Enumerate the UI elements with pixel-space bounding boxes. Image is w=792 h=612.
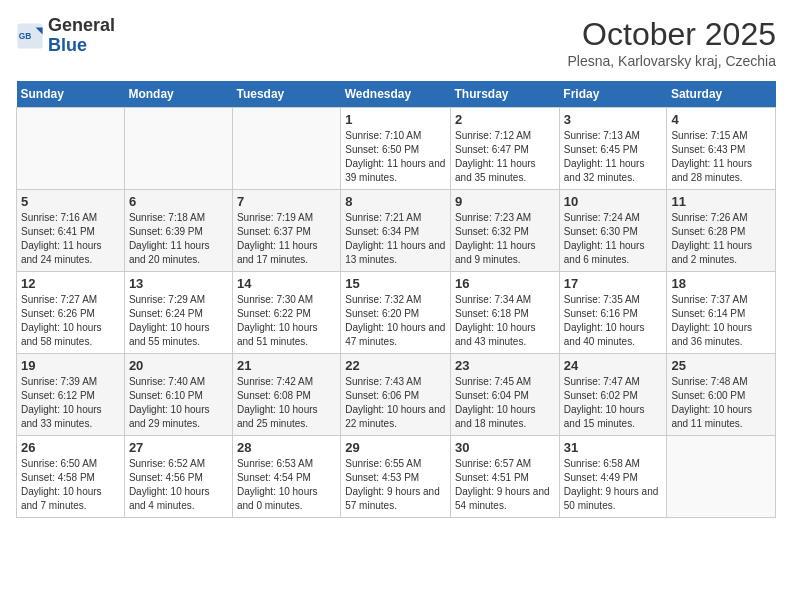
day-info: Sunrise: 7:15 AMSunset: 6:43 PMDaylight:… — [671, 129, 771, 185]
calendar-day-cell: 20Sunrise: 7:40 AMSunset: 6:10 PMDayligh… — [124, 354, 232, 436]
calendar-day-cell: 27Sunrise: 6:52 AMSunset: 4:56 PMDayligh… — [124, 436, 232, 518]
calendar-week-row: 5Sunrise: 7:16 AMSunset: 6:41 PMDaylight… — [17, 190, 776, 272]
calendar-day-cell: 19Sunrise: 7:39 AMSunset: 6:12 PMDayligh… — [17, 354, 125, 436]
calendar-day-cell: 8Sunrise: 7:21 AMSunset: 6:34 PMDaylight… — [341, 190, 451, 272]
weekday-header: Tuesday — [232, 81, 340, 108]
day-number: 23 — [455, 358, 555, 373]
day-info: Sunrise: 7:30 AMSunset: 6:22 PMDaylight:… — [237, 293, 336, 349]
weekday-header-row: SundayMondayTuesdayWednesdayThursdayFrid… — [17, 81, 776, 108]
weekday-header: Friday — [559, 81, 667, 108]
svg-text:GB: GB — [19, 31, 32, 41]
calendar-week-row: 26Sunrise: 6:50 AMSunset: 4:58 PMDayligh… — [17, 436, 776, 518]
day-number: 1 — [345, 112, 446, 127]
day-info: Sunrise: 7:10 AMSunset: 6:50 PMDaylight:… — [345, 129, 446, 185]
day-number: 8 — [345, 194, 446, 209]
calendar-day-cell: 28Sunrise: 6:53 AMSunset: 4:54 PMDayligh… — [232, 436, 340, 518]
day-info: Sunrise: 7:37 AMSunset: 6:14 PMDaylight:… — [671, 293, 771, 349]
day-number: 12 — [21, 276, 120, 291]
calendar-day-cell: 1Sunrise: 7:10 AMSunset: 6:50 PMDaylight… — [341, 108, 451, 190]
day-number: 26 — [21, 440, 120, 455]
day-number: 17 — [564, 276, 663, 291]
day-info: Sunrise: 7:34 AMSunset: 6:18 PMDaylight:… — [455, 293, 555, 349]
calendar-week-row: 19Sunrise: 7:39 AMSunset: 6:12 PMDayligh… — [17, 354, 776, 436]
weekday-header: Monday — [124, 81, 232, 108]
day-number: 16 — [455, 276, 555, 291]
calendar-day-cell: 5Sunrise: 7:16 AMSunset: 6:41 PMDaylight… — [17, 190, 125, 272]
calendar-day-cell: 23Sunrise: 7:45 AMSunset: 6:04 PMDayligh… — [451, 354, 560, 436]
day-info: Sunrise: 7:39 AMSunset: 6:12 PMDaylight:… — [21, 375, 120, 431]
weekday-header: Thursday — [451, 81, 560, 108]
day-number: 28 — [237, 440, 336, 455]
calendar-day-cell: 2Sunrise: 7:12 AMSunset: 6:47 PMDaylight… — [451, 108, 560, 190]
logo-text: General Blue — [48, 16, 115, 56]
day-info: Sunrise: 6:53 AMSunset: 4:54 PMDaylight:… — [237, 457, 336, 513]
calendar-day-cell: 11Sunrise: 7:26 AMSunset: 6:28 PMDayligh… — [667, 190, 776, 272]
calendar-day-cell — [124, 108, 232, 190]
day-number: 13 — [129, 276, 228, 291]
weekday-header: Saturday — [667, 81, 776, 108]
day-number: 21 — [237, 358, 336, 373]
day-number: 10 — [564, 194, 663, 209]
calendar-day-cell: 3Sunrise: 7:13 AMSunset: 6:45 PMDaylight… — [559, 108, 667, 190]
day-info: Sunrise: 7:42 AMSunset: 6:08 PMDaylight:… — [237, 375, 336, 431]
day-number: 3 — [564, 112, 663, 127]
day-info: Sunrise: 7:19 AMSunset: 6:37 PMDaylight:… — [237, 211, 336, 267]
day-info: Sunrise: 7:21 AMSunset: 6:34 PMDaylight:… — [345, 211, 446, 267]
calendar-day-cell — [17, 108, 125, 190]
day-info: Sunrise: 6:55 AMSunset: 4:53 PMDaylight:… — [345, 457, 446, 513]
day-number: 2 — [455, 112, 555, 127]
day-info: Sunrise: 7:26 AMSunset: 6:28 PMDaylight:… — [671, 211, 771, 267]
title-block: October 2025 Plesna, Karlovarsky kraj, C… — [567, 16, 776, 69]
day-info: Sunrise: 7:48 AMSunset: 6:00 PMDaylight:… — [671, 375, 771, 431]
day-info: Sunrise: 7:47 AMSunset: 6:02 PMDaylight:… — [564, 375, 663, 431]
day-number: 24 — [564, 358, 663, 373]
day-number: 20 — [129, 358, 228, 373]
calendar-day-cell: 22Sunrise: 7:43 AMSunset: 6:06 PMDayligh… — [341, 354, 451, 436]
day-info: Sunrise: 6:50 AMSunset: 4:58 PMDaylight:… — [21, 457, 120, 513]
day-info: Sunrise: 7:35 AMSunset: 6:16 PMDaylight:… — [564, 293, 663, 349]
day-info: Sunrise: 7:13 AMSunset: 6:45 PMDaylight:… — [564, 129, 663, 185]
calendar-day-cell — [232, 108, 340, 190]
day-number: 6 — [129, 194, 228, 209]
calendar-day-cell: 18Sunrise: 7:37 AMSunset: 6:14 PMDayligh… — [667, 272, 776, 354]
calendar-week-row: 12Sunrise: 7:27 AMSunset: 6:26 PMDayligh… — [17, 272, 776, 354]
calendar-day-cell: 29Sunrise: 6:55 AMSunset: 4:53 PMDayligh… — [341, 436, 451, 518]
day-number: 22 — [345, 358, 446, 373]
calendar-day-cell: 21Sunrise: 7:42 AMSunset: 6:08 PMDayligh… — [232, 354, 340, 436]
day-info: Sunrise: 6:58 AMSunset: 4:49 PMDaylight:… — [564, 457, 663, 513]
calendar-day-cell: 6Sunrise: 7:18 AMSunset: 6:39 PMDaylight… — [124, 190, 232, 272]
weekday-header: Wednesday — [341, 81, 451, 108]
weekday-header: Sunday — [17, 81, 125, 108]
day-number: 18 — [671, 276, 771, 291]
logo-icon: GB — [16, 22, 44, 50]
calendar-day-cell: 12Sunrise: 7:27 AMSunset: 6:26 PMDayligh… — [17, 272, 125, 354]
calendar-table: SundayMondayTuesdayWednesdayThursdayFrid… — [16, 81, 776, 518]
day-info: Sunrise: 7:43 AMSunset: 6:06 PMDaylight:… — [345, 375, 446, 431]
day-info: Sunrise: 7:18 AMSunset: 6:39 PMDaylight:… — [129, 211, 228, 267]
calendar-day-cell: 10Sunrise: 7:24 AMSunset: 6:30 PMDayligh… — [559, 190, 667, 272]
calendar-day-cell: 24Sunrise: 7:47 AMSunset: 6:02 PMDayligh… — [559, 354, 667, 436]
day-info: Sunrise: 7:45 AMSunset: 6:04 PMDaylight:… — [455, 375, 555, 431]
calendar-day-cell: 30Sunrise: 6:57 AMSunset: 4:51 PMDayligh… — [451, 436, 560, 518]
day-info: Sunrise: 7:23 AMSunset: 6:32 PMDaylight:… — [455, 211, 555, 267]
day-number: 30 — [455, 440, 555, 455]
calendar-day-cell: 14Sunrise: 7:30 AMSunset: 6:22 PMDayligh… — [232, 272, 340, 354]
day-info: Sunrise: 7:12 AMSunset: 6:47 PMDaylight:… — [455, 129, 555, 185]
page-header: GB General Blue October 2025 Plesna, Kar… — [16, 16, 776, 69]
day-number: 19 — [21, 358, 120, 373]
day-number: 29 — [345, 440, 446, 455]
location-subtitle: Plesna, Karlovarsky kraj, Czechia — [567, 53, 776, 69]
calendar-day-cell — [667, 436, 776, 518]
day-info: Sunrise: 6:52 AMSunset: 4:56 PMDaylight:… — [129, 457, 228, 513]
day-number: 5 — [21, 194, 120, 209]
calendar-day-cell: 7Sunrise: 7:19 AMSunset: 6:37 PMDaylight… — [232, 190, 340, 272]
calendar-day-cell: 26Sunrise: 6:50 AMSunset: 4:58 PMDayligh… — [17, 436, 125, 518]
calendar-day-cell: 16Sunrise: 7:34 AMSunset: 6:18 PMDayligh… — [451, 272, 560, 354]
day-number: 9 — [455, 194, 555, 209]
day-info: Sunrise: 6:57 AMSunset: 4:51 PMDaylight:… — [455, 457, 555, 513]
day-info: Sunrise: 7:16 AMSunset: 6:41 PMDaylight:… — [21, 211, 120, 267]
calendar-day-cell: 9Sunrise: 7:23 AMSunset: 6:32 PMDaylight… — [451, 190, 560, 272]
day-number: 14 — [237, 276, 336, 291]
day-number: 25 — [671, 358, 771, 373]
day-number: 15 — [345, 276, 446, 291]
